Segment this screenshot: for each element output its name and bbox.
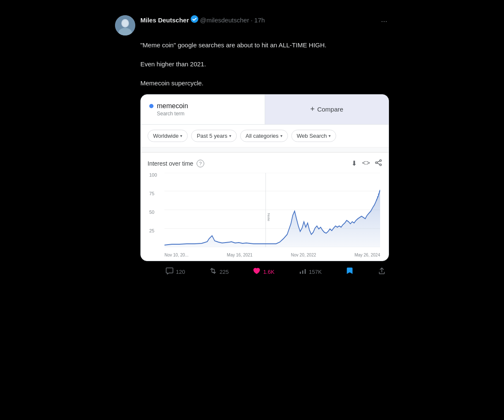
reply-icon [166,267,173,277]
filter-search-type-arrow: ▾ [329,134,331,138]
question-mark-icon[interactable]: ? [197,160,204,167]
chart-actions: ⬇ <> [351,159,382,168]
x-label-2: May 16, 2021 [227,253,253,257]
reply-count: 120 [176,269,185,275]
compare-label: Compare [317,106,343,113]
retweet-action[interactable]: 225 [209,267,229,277]
like-count: 1.6K [263,269,274,275]
y-label-50: 50 [149,210,157,215]
filter-search-type[interactable]: Web Search ▾ [291,130,336,142]
svg-point-3 [122,20,128,27]
filter-categories-label: All categories [246,133,279,139]
x-label-4: May 26, 2024 [354,253,380,257]
compare-button[interactable]: + Compare [265,95,389,124]
embed-chart-button[interactable]: <> [362,159,370,168]
trends-chart-area: Interest over time ? ⬇ <> [141,153,389,261]
tweet-actions: 120 225 1.6 [166,267,386,277]
chart-header: Interest over time ? ⬇ <> [148,159,382,168]
tweet-text: "Meme coin" google searches are about to… [140,41,389,88]
user-handle[interactable]: @milesdeutscher [200,16,249,24]
filter-worldwide-arrow: ▾ [180,134,182,138]
share-icon [378,267,386,277]
like-action[interactable]: 1.6K [253,267,274,277]
trends-filters: Worldwide ▾ Past 5 years ▾ All categorie… [141,125,389,147]
verified-badge [191,15,198,25]
share-chart-button[interactable] [375,159,382,168]
tweet-body: "Meme coin" google searches are about to… [140,41,389,277]
y-axis-labels: 100 75 50 25 [149,173,157,257]
filter-time[interactable]: Past 5 years ▾ [191,130,236,142]
x-label-3: Nov 20, 2022 [291,253,316,257]
user-info: Miles Deutscher @milesdeutscher · 17h [140,15,374,25]
bookmark-icon [346,267,353,277]
x-label-1: Nov 10, 20... [164,253,189,257]
tweet-time[interactable]: 17h [254,16,265,24]
svg-rect-19 [304,269,306,274]
chart-svg-container: Note [164,173,380,247]
svg-point-6 [375,162,377,164]
x-axis-labels: Nov 10, 20... May 16, 2021 Nov 20, 2022 … [164,253,380,257]
trends-search-term: memecoin Search term [141,95,265,124]
retweet-icon [209,267,217,277]
svg-line-9 [377,163,380,164]
compare-plus-icon: + [310,105,315,114]
search-term-dot [149,104,153,108]
more-options-button[interactable]: ··· [379,15,389,27]
bookmark-action[interactable] [346,267,353,277]
interest-over-time-title: Interest over time ? [148,160,204,167]
y-label-75: 75 [149,191,157,196]
dot-separator: · [251,16,252,24]
svg-point-7 [380,164,381,166]
user-display-name[interactable]: Miles Deutscher [140,16,189,24]
reply-action[interactable]: 120 [166,267,185,277]
filter-worldwide[interactable]: Worldwide ▾ [148,130,188,142]
views-count: 157K [309,269,322,275]
y-label-25: 25 [149,229,157,233]
filter-time-label: Past 5 years [197,133,227,139]
svg-rect-18 [302,270,303,274]
trends-search-area: memecoin Search term + Compare [141,95,389,125]
interest-title-text: Interest over time [148,160,193,167]
filter-categories[interactable]: All categories ▾ [240,130,288,142]
filter-worldwide-label: Worldwide [153,133,178,139]
filter-search-type-label: Web Search [297,133,327,139]
views-icon [299,267,307,277]
search-term-value: memecoin [157,102,188,110]
like-icon [253,267,260,277]
chart-wrapper: 100 75 50 25 [149,173,380,257]
user-avatar[interactable] [115,15,135,35]
download-chart-button[interactable]: ⬇ [351,159,357,168]
search-term-label: Search term [157,111,256,117]
filter-categories-arrow: ▾ [280,134,282,138]
trends-card: memecoin Search term + Compare Worldwide… [140,94,389,261]
svg-rect-17 [300,272,301,274]
y-label-100: 100 [149,173,157,177]
svg-point-4 [191,15,198,23]
retweet-count: 225 [219,269,229,275]
share-action[interactable] [378,267,386,277]
filter-time-arrow: ▾ [229,134,231,138]
svg-line-8 [377,161,380,162]
svg-text:Note: Note [267,213,271,221]
svg-point-5 [380,160,381,161]
views-action[interactable]: 157K [299,267,322,277]
